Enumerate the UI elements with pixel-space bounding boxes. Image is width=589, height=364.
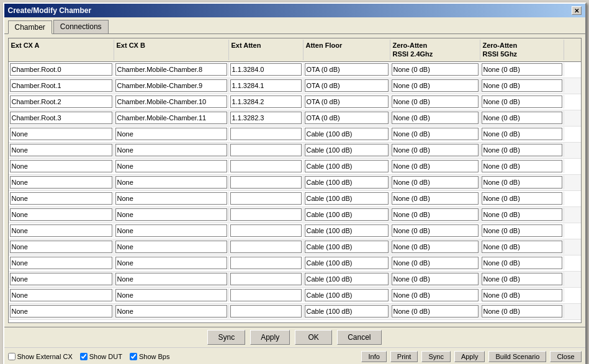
atten-floor-select[interactable]: OTA (0 dB) [305, 63, 389, 76]
atten-floor-select[interactable]: Cable (100 dB) [305, 273, 389, 285]
cx-b-select[interactable]: None [115, 305, 227, 317]
rssi-24-select[interactable]: None (0 dB) [392, 160, 479, 172]
rssi-5-select[interactable]: None (0 dB) [482, 192, 562, 205]
cx-b-select[interactable]: None [115, 273, 227, 285]
ext-atten-select[interactable] [230, 224, 302, 237]
rssi-24-select[interactable]: None (0 dB) [392, 305, 479, 317]
atten-floor-select[interactable]: OTA (0 dB) [305, 112, 389, 124]
ext-atten-select[interactable] [230, 128, 302, 140]
rssi-24-select[interactable]: None (0 dB) [392, 273, 479, 285]
ext-atten-select[interactable] [230, 176, 302, 189]
sync-button[interactable]: Sync [207, 330, 245, 345]
tab-chamber[interactable]: Chamber [8, 20, 52, 34]
cx-a-select[interactable]: None [10, 273, 112, 285]
print-button[interactable]: Print [390, 351, 418, 362]
cx-a-select[interactable]: None [10, 305, 112, 317]
ext-atten-select[interactable]: 1.1.3284.1 [230, 79, 302, 92]
cx-a-select[interactable]: None [10, 128, 112, 140]
tab-connections[interactable]: Connections [53, 20, 109, 33]
rssi-5-select[interactable]: None (0 dB) [482, 112, 562, 124]
cx-b-select[interactable]: None [115, 144, 227, 156]
rssi-24-select[interactable]: None (0 dB) [392, 241, 479, 253]
atten-floor-select[interactable]: Cable (100 dB) [305, 160, 389, 172]
ext-atten-select[interactable] [230, 273, 302, 285]
rssi-24-select[interactable]: None (0 dB) [392, 257, 479, 269]
ext-atten-select[interactable] [230, 257, 302, 269]
atten-floor-select[interactable]: Cable (100 dB) [305, 241, 389, 253]
rssi-5-select[interactable]: None (0 dB) [482, 128, 562, 140]
atten-floor-select[interactable]: Cable (100 dB) [305, 208, 389, 221]
cx-b-select[interactable]: None [115, 160, 227, 172]
close-bottom-button[interactable]: Close [550, 351, 581, 362]
ext-atten-select[interactable] [230, 192, 302, 205]
cx-b-select[interactable]: None [115, 192, 227, 205]
rssi-24-select[interactable]: None (0 dB) [392, 128, 479, 140]
show-external-cx-checkbox[interactable] [8, 353, 16, 360]
atten-floor-select[interactable]: Cable (100 dB) [305, 144, 389, 156]
cx-a-select[interactable]: None [10, 176, 112, 189]
cx-a-select[interactable]: Chamber.Root.0 [10, 63, 112, 76]
cx-a-select[interactable]: Chamber.Root.3 [10, 112, 112, 124]
rssi-24-select[interactable]: None (0 dB) [392, 192, 479, 205]
ext-atten-select[interactable]: 1.1.3282.3 [230, 112, 302, 124]
bottom-sync-button[interactable]: Sync [421, 351, 450, 362]
ext-atten-select[interactable] [230, 160, 302, 172]
cx-b-select[interactable]: Chamber.Mobile-Chamber.10 [115, 95, 227, 108]
rssi-24-select[interactable]: None (0 dB) [392, 112, 479, 124]
cx-a-select[interactable]: None [10, 289, 112, 301]
atten-floor-select[interactable]: Cable (100 dB) [305, 128, 389, 140]
cx-b-select[interactable]: None [115, 224, 227, 237]
cx-a-select[interactable]: Chamber.Root.2 [10, 95, 112, 108]
cx-b-select[interactable]: Chamber.Mobile-Chamber.9 [115, 79, 227, 92]
rssi-5-select[interactable]: None (0 dB) [482, 160, 562, 172]
cx-a-select[interactable]: None [10, 241, 112, 253]
rssi-5-select[interactable]: None (0 dB) [482, 273, 562, 285]
ext-atten-select[interactable]: 1.1.3284.0 [230, 63, 302, 76]
rssi-24-select[interactable]: None (0 dB) [392, 144, 479, 156]
cx-b-select[interactable]: None [115, 208, 227, 221]
rssi-24-select[interactable]: None (0 dB) [392, 95, 479, 108]
atten-floor-select[interactable]: Cable (100 dB) [305, 289, 389, 301]
info-button[interactable]: Info [361, 351, 386, 362]
atten-floor-select[interactable]: OTA (0 dB) [305, 79, 389, 92]
atten-floor-select[interactable]: Cable (100 dB) [305, 176, 389, 189]
atten-floor-select[interactable]: Cable (100 dB) [305, 305, 389, 317]
show-dut-checkbox[interactable] [80, 353, 88, 360]
rssi-5-select[interactable]: None (0 dB) [482, 241, 562, 253]
cx-b-select[interactable]: Chamber.Mobile-Chamber.11 [115, 112, 227, 124]
close-button[interactable]: ✕ [572, 6, 582, 15]
atten-floor-select[interactable]: Cable (100 dB) [305, 257, 389, 269]
show-dut-label[interactable]: Show DUT [80, 353, 122, 360]
rssi-24-select[interactable]: None (0 dB) [392, 63, 479, 76]
rssi-5-select[interactable]: None (0 dB) [482, 305, 562, 317]
ext-atten-select[interactable] [230, 305, 302, 317]
rssi-5-select[interactable]: None (0 dB) [482, 289, 562, 301]
rssi-24-select[interactable]: None (0 dB) [392, 208, 479, 221]
ext-atten-select[interactable]: 1.1.3284.2 [230, 95, 302, 108]
cx-a-select[interactable]: Chamber.Root.1 [10, 79, 112, 92]
rssi-24-select[interactable]: None (0 dB) [392, 79, 479, 92]
cx-b-select[interactable]: Chamber.Mobile-Chamber.8 [115, 63, 227, 76]
rssi-5-select[interactable]: None (0 dB) [482, 79, 562, 92]
show-external-cx-label[interactable]: Show External CX [8, 353, 73, 360]
atten-floor-select[interactable]: OTA (0 dB) [305, 95, 389, 108]
show-bps-checkbox[interactable] [130, 353, 137, 360]
ext-atten-select[interactable] [230, 289, 302, 301]
cancel-button[interactable]: Cancel [337, 330, 381, 345]
ext-atten-select[interactable] [230, 144, 302, 156]
rssi-5-select[interactable]: None (0 dB) [482, 63, 562, 76]
cx-a-select[interactable]: None [10, 160, 112, 172]
rssi-24-select[interactable]: None (0 dB) [392, 176, 479, 189]
rssi-5-select[interactable]: None (0 dB) [482, 95, 562, 108]
rssi-24-select[interactable]: None (0 dB) [392, 289, 479, 301]
rssi-5-select[interactable]: None (0 dB) [482, 208, 562, 221]
cx-a-select[interactable]: None [10, 208, 112, 221]
ext-atten-select[interactable] [230, 241, 302, 253]
atten-floor-select[interactable]: Cable (100 dB) [305, 224, 389, 237]
apply-button[interactable]: Apply [250, 330, 290, 345]
cx-a-select[interactable]: None [10, 144, 112, 156]
atten-floor-select[interactable]: Cable (100 dB) [305, 192, 389, 205]
rssi-5-select[interactable]: None (0 dB) [482, 224, 562, 237]
cx-a-select[interactable]: None [10, 224, 112, 237]
cx-b-select[interactable]: None [115, 176, 227, 189]
